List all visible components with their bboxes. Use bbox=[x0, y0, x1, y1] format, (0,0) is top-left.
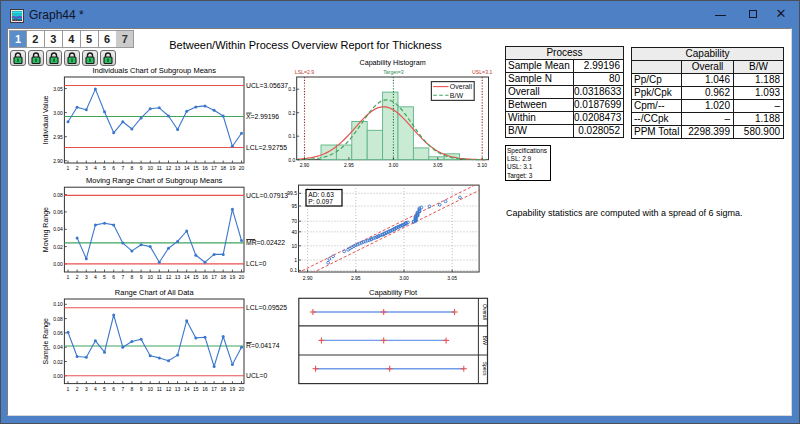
svg-text:Specs: Specs bbox=[482, 362, 488, 376]
svg-text:15: 15 bbox=[193, 274, 199, 280]
svg-text:5: 5 bbox=[103, 274, 106, 280]
svg-text:17: 17 bbox=[211, 274, 217, 280]
svg-text:0.2: 0.2 bbox=[288, 110, 295, 116]
svg-text:Moving Range: Moving Range bbox=[42, 207, 50, 252]
svg-text:20: 20 bbox=[239, 386, 245, 392]
svg-text:0.08: 0.08 bbox=[53, 316, 63, 322]
svg-text:2.95: 2.95 bbox=[53, 134, 63, 140]
svg-text:X=2.99196: X=2.99196 bbox=[246, 113, 279, 120]
svg-text:10: 10 bbox=[147, 386, 153, 392]
svg-text:0.06: 0.06 bbox=[53, 330, 63, 336]
svg-text:18: 18 bbox=[220, 274, 226, 280]
svg-text:9: 9 bbox=[140, 274, 143, 280]
svg-text:15: 15 bbox=[193, 165, 199, 171]
svg-text:0.0: 0.0 bbox=[288, 157, 295, 163]
svg-text:LCL=0: LCL=0 bbox=[246, 260, 266, 267]
svg-text:2.95: 2.95 bbox=[344, 162, 354, 168]
svg-text:20: 20 bbox=[239, 274, 245, 280]
svg-text:12: 12 bbox=[166, 386, 172, 392]
svg-text:40: 40 bbox=[291, 229, 297, 235]
svg-text:R=0.04174: R=0.04174 bbox=[246, 342, 280, 349]
svg-text:2.90: 2.90 bbox=[53, 158, 63, 164]
svg-text:B/W: B/W bbox=[482, 336, 488, 346]
svg-text:Target=3: Target=3 bbox=[383, 69, 403, 75]
svg-text:UCL=0: UCL=0 bbox=[246, 372, 268, 379]
svg-text:16: 16 bbox=[202, 386, 208, 392]
svg-text:1: 1 bbox=[67, 165, 70, 171]
svg-text:Individuals Chart of Subgroup: Individuals Chart of Subgroup Means bbox=[92, 66, 216, 75]
svg-text:3.00: 3.00 bbox=[389, 162, 399, 168]
svg-text:13: 13 bbox=[175, 274, 181, 280]
svg-text:2: 2 bbox=[76, 165, 79, 171]
svg-text:0.04: 0.04 bbox=[53, 226, 63, 232]
svg-text:12: 12 bbox=[166, 274, 172, 280]
svg-text:Range Chart of All Data: Range Chart of All Data bbox=[115, 288, 195, 297]
svg-text:8: 8 bbox=[131, 274, 134, 280]
svg-text:2.90: 2.90 bbox=[303, 275, 313, 281]
svg-text:2: 2 bbox=[76, 386, 79, 392]
svg-text:6: 6 bbox=[112, 274, 115, 280]
svg-text:4: 4 bbox=[94, 386, 97, 392]
svg-text:3: 3 bbox=[85, 165, 88, 171]
svg-text:UCL=0.07913: UCL=0.07913 bbox=[246, 192, 288, 199]
svg-text:5: 5 bbox=[103, 386, 106, 392]
svg-text:5: 5 bbox=[103, 165, 106, 171]
svg-text:17: 17 bbox=[211, 386, 217, 392]
svg-text:95: 95 bbox=[291, 203, 297, 209]
svg-text:3.05: 3.05 bbox=[447, 275, 457, 281]
svg-text:0.00: 0.00 bbox=[53, 261, 63, 267]
svg-text:4: 4 bbox=[94, 165, 97, 171]
svg-text:LCL=2.92755: LCL=2.92755 bbox=[246, 144, 287, 151]
svg-text:0.02: 0.02 bbox=[53, 244, 63, 250]
svg-text:3: 3 bbox=[85, 386, 88, 392]
svg-text:18: 18 bbox=[220, 386, 226, 392]
svg-text:Overall: Overall bbox=[482, 304, 488, 320]
svg-text:12: 12 bbox=[166, 165, 172, 171]
svg-text:Capability Plot: Capability Plot bbox=[369, 288, 418, 297]
svg-text:19: 19 bbox=[230, 386, 236, 392]
svg-text:1: 1 bbox=[67, 386, 70, 392]
svg-text:8: 8 bbox=[131, 386, 134, 392]
svg-text:0.1: 0.1 bbox=[288, 133, 295, 139]
svg-text:3: 3 bbox=[85, 274, 88, 280]
svg-text:8: 8 bbox=[131, 165, 134, 171]
svg-text:7: 7 bbox=[121, 386, 124, 392]
svg-text:LCL=0.09525: LCL=0.09525 bbox=[246, 304, 287, 311]
svg-text:10: 10 bbox=[147, 165, 153, 171]
svg-text:13: 13 bbox=[175, 386, 181, 392]
svg-text:0.06: 0.06 bbox=[53, 209, 63, 215]
svg-text:0.00: 0.00 bbox=[53, 373, 63, 379]
svg-text:0.1: 0.1 bbox=[290, 267, 297, 273]
svg-text:3.00: 3.00 bbox=[399, 275, 409, 281]
svg-text:3.00: 3.00 bbox=[53, 110, 63, 116]
svg-text:Overall: Overall bbox=[450, 83, 473, 90]
svg-text:6: 6 bbox=[112, 165, 115, 171]
svg-text:3.10: 3.10 bbox=[477, 162, 487, 168]
svg-text:0.02: 0.02 bbox=[53, 359, 63, 365]
svg-text:9: 9 bbox=[140, 386, 143, 392]
svg-text:AD: 0.63: AD: 0.63 bbox=[308, 191, 334, 198]
svg-text:99.5: 99.5 bbox=[287, 190, 297, 196]
svg-text:15: 15 bbox=[193, 386, 199, 392]
svg-text:MR=0.02422: MR=0.02422 bbox=[246, 239, 285, 246]
svg-text:19: 19 bbox=[230, 165, 236, 171]
svg-text:Individual Value: Individual Value bbox=[42, 95, 49, 144]
svg-text:16: 16 bbox=[202, 274, 208, 280]
svg-text:2: 2 bbox=[76, 274, 79, 280]
svg-text:7: 7 bbox=[121, 165, 124, 171]
svg-text:14: 14 bbox=[184, 274, 190, 280]
svg-text:17: 17 bbox=[211, 165, 217, 171]
svg-text:6: 6 bbox=[112, 386, 115, 392]
svg-text:B/W: B/W bbox=[450, 92, 464, 99]
svg-text:0.10: 0.10 bbox=[53, 301, 63, 307]
svg-text:10: 10 bbox=[291, 243, 297, 249]
svg-text:10: 10 bbox=[147, 274, 153, 280]
svg-text:UCL=3.05637: UCL=3.05637 bbox=[246, 82, 288, 89]
svg-text:0.3: 0.3 bbox=[288, 86, 295, 92]
svg-text:3.05: 3.05 bbox=[53, 86, 63, 92]
svg-text:11: 11 bbox=[157, 165, 162, 171]
svg-text:2.95: 2.95 bbox=[351, 275, 361, 281]
svg-text:Moving Range Chart of Subgroup: Moving Range Chart of Subgroup Means bbox=[86, 176, 223, 185]
svg-text:7: 7 bbox=[121, 274, 124, 280]
svg-text:20: 20 bbox=[239, 165, 245, 171]
